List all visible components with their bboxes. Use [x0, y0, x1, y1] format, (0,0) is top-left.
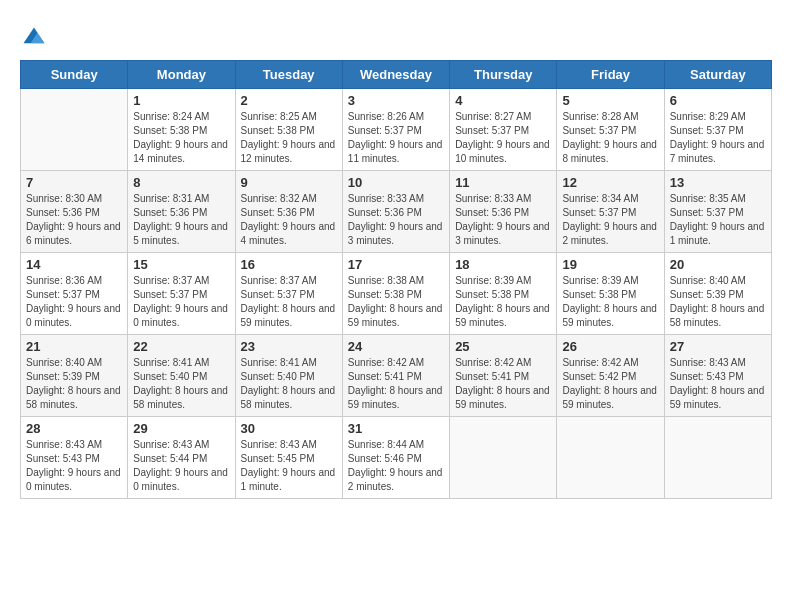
day-detail: Sunrise: 8:43 AMSunset: 5:43 PMDaylight:…: [26, 438, 122, 494]
day-number: 2: [241, 93, 337, 108]
column-header-wednesday: Wednesday: [342, 61, 449, 89]
logo-icon: [20, 24, 48, 52]
calendar-cell: 14Sunrise: 8:36 AMSunset: 5:37 PMDayligh…: [21, 253, 128, 335]
calendar-cell: 8Sunrise: 8:31 AMSunset: 5:36 PMDaylight…: [128, 171, 235, 253]
calendar-cell: [664, 417, 771, 499]
column-header-saturday: Saturday: [664, 61, 771, 89]
day-detail: Sunrise: 8:37 AMSunset: 5:37 PMDaylight:…: [133, 274, 229, 330]
column-header-thursday: Thursday: [450, 61, 557, 89]
day-number: 15: [133, 257, 229, 272]
day-detail: Sunrise: 8:24 AMSunset: 5:38 PMDaylight:…: [133, 110, 229, 166]
day-number: 31: [348, 421, 444, 436]
day-detail: Sunrise: 8:40 AMSunset: 5:39 PMDaylight:…: [26, 356, 122, 412]
day-detail: Sunrise: 8:41 AMSunset: 5:40 PMDaylight:…: [241, 356, 337, 412]
calendar-cell: 27Sunrise: 8:43 AMSunset: 5:43 PMDayligh…: [664, 335, 771, 417]
calendar-cell: 21Sunrise: 8:40 AMSunset: 5:39 PMDayligh…: [21, 335, 128, 417]
calendar-cell: 7Sunrise: 8:30 AMSunset: 5:36 PMDaylight…: [21, 171, 128, 253]
calendar-week-3: 14Sunrise: 8:36 AMSunset: 5:37 PMDayligh…: [21, 253, 772, 335]
calendar-cell: 19Sunrise: 8:39 AMSunset: 5:38 PMDayligh…: [557, 253, 664, 335]
calendar-cell: 2Sunrise: 8:25 AMSunset: 5:38 PMDaylight…: [235, 89, 342, 171]
calendar-week-4: 21Sunrise: 8:40 AMSunset: 5:39 PMDayligh…: [21, 335, 772, 417]
calendar-cell: [450, 417, 557, 499]
calendar-cell: 1Sunrise: 8:24 AMSunset: 5:38 PMDaylight…: [128, 89, 235, 171]
day-detail: Sunrise: 8:39 AMSunset: 5:38 PMDaylight:…: [562, 274, 658, 330]
day-number: 4: [455, 93, 551, 108]
column-header-monday: Monday: [128, 61, 235, 89]
day-detail: Sunrise: 8:41 AMSunset: 5:40 PMDaylight:…: [133, 356, 229, 412]
day-detail: Sunrise: 8:25 AMSunset: 5:38 PMDaylight:…: [241, 110, 337, 166]
day-detail: Sunrise: 8:33 AMSunset: 5:36 PMDaylight:…: [455, 192, 551, 248]
day-detail: Sunrise: 8:34 AMSunset: 5:37 PMDaylight:…: [562, 192, 658, 248]
calendar-cell: 11Sunrise: 8:33 AMSunset: 5:36 PMDayligh…: [450, 171, 557, 253]
day-detail: Sunrise: 8:28 AMSunset: 5:37 PMDaylight:…: [562, 110, 658, 166]
day-detail: Sunrise: 8:38 AMSunset: 5:38 PMDaylight:…: [348, 274, 444, 330]
day-number: 24: [348, 339, 444, 354]
calendar-cell: [21, 89, 128, 171]
day-detail: Sunrise: 8:30 AMSunset: 5:36 PMDaylight:…: [26, 192, 122, 248]
day-detail: Sunrise: 8:33 AMSunset: 5:36 PMDaylight:…: [348, 192, 444, 248]
calendar-cell: 3Sunrise: 8:26 AMSunset: 5:37 PMDaylight…: [342, 89, 449, 171]
calendar-cell: 20Sunrise: 8:40 AMSunset: 5:39 PMDayligh…: [664, 253, 771, 335]
day-number: 18: [455, 257, 551, 272]
calendar-cell: 26Sunrise: 8:42 AMSunset: 5:42 PMDayligh…: [557, 335, 664, 417]
calendar-cell: 15Sunrise: 8:37 AMSunset: 5:37 PMDayligh…: [128, 253, 235, 335]
calendar-cell: 13Sunrise: 8:35 AMSunset: 5:37 PMDayligh…: [664, 171, 771, 253]
day-number: 13: [670, 175, 766, 190]
calendar-cell: 9Sunrise: 8:32 AMSunset: 5:36 PMDaylight…: [235, 171, 342, 253]
day-detail: Sunrise: 8:43 AMSunset: 5:45 PMDaylight:…: [241, 438, 337, 494]
day-number: 26: [562, 339, 658, 354]
day-number: 14: [26, 257, 122, 272]
calendar-cell: [557, 417, 664, 499]
calendar-cell: 6Sunrise: 8:29 AMSunset: 5:37 PMDaylight…: [664, 89, 771, 171]
day-detail: Sunrise: 8:44 AMSunset: 5:46 PMDaylight:…: [348, 438, 444, 494]
day-number: 30: [241, 421, 337, 436]
day-detail: Sunrise: 8:32 AMSunset: 5:36 PMDaylight:…: [241, 192, 337, 248]
day-number: 29: [133, 421, 229, 436]
calendar-cell: 28Sunrise: 8:43 AMSunset: 5:43 PMDayligh…: [21, 417, 128, 499]
day-detail: Sunrise: 8:29 AMSunset: 5:37 PMDaylight:…: [670, 110, 766, 166]
day-number: 22: [133, 339, 229, 354]
calendar-cell: 25Sunrise: 8:42 AMSunset: 5:41 PMDayligh…: [450, 335, 557, 417]
calendar-cell: 24Sunrise: 8:42 AMSunset: 5:41 PMDayligh…: [342, 335, 449, 417]
calendar-cell: 22Sunrise: 8:41 AMSunset: 5:40 PMDayligh…: [128, 335, 235, 417]
calendar-cell: 5Sunrise: 8:28 AMSunset: 5:37 PMDaylight…: [557, 89, 664, 171]
day-number: 11: [455, 175, 551, 190]
calendar-cell: 16Sunrise: 8:37 AMSunset: 5:37 PMDayligh…: [235, 253, 342, 335]
day-detail: Sunrise: 8:43 AMSunset: 5:43 PMDaylight:…: [670, 356, 766, 412]
calendar-cell: 12Sunrise: 8:34 AMSunset: 5:37 PMDayligh…: [557, 171, 664, 253]
day-detail: Sunrise: 8:42 AMSunset: 5:41 PMDaylight:…: [348, 356, 444, 412]
day-number: 28: [26, 421, 122, 436]
calendar-cell: 23Sunrise: 8:41 AMSunset: 5:40 PMDayligh…: [235, 335, 342, 417]
day-detail: Sunrise: 8:35 AMSunset: 5:37 PMDaylight:…: [670, 192, 766, 248]
column-header-tuesday: Tuesday: [235, 61, 342, 89]
day-detail: Sunrise: 8:42 AMSunset: 5:42 PMDaylight:…: [562, 356, 658, 412]
calendar-table: SundayMondayTuesdayWednesdayThursdayFrid…: [20, 60, 772, 499]
calendar-header-row: SundayMondayTuesdayWednesdayThursdayFrid…: [21, 61, 772, 89]
calendar-cell: 18Sunrise: 8:39 AMSunset: 5:38 PMDayligh…: [450, 253, 557, 335]
day-number: 16: [241, 257, 337, 272]
day-number: 5: [562, 93, 658, 108]
day-number: 9: [241, 175, 337, 190]
day-detail: Sunrise: 8:37 AMSunset: 5:37 PMDaylight:…: [241, 274, 337, 330]
day-number: 23: [241, 339, 337, 354]
day-detail: Sunrise: 8:36 AMSunset: 5:37 PMDaylight:…: [26, 274, 122, 330]
page-header: [20, 20, 772, 52]
calendar-week-2: 7Sunrise: 8:30 AMSunset: 5:36 PMDaylight…: [21, 171, 772, 253]
day-detail: Sunrise: 8:43 AMSunset: 5:44 PMDaylight:…: [133, 438, 229, 494]
column-header-friday: Friday: [557, 61, 664, 89]
day-number: 1: [133, 93, 229, 108]
day-number: 3: [348, 93, 444, 108]
day-detail: Sunrise: 8:42 AMSunset: 5:41 PMDaylight:…: [455, 356, 551, 412]
day-detail: Sunrise: 8:26 AMSunset: 5:37 PMDaylight:…: [348, 110, 444, 166]
calendar-week-5: 28Sunrise: 8:43 AMSunset: 5:43 PMDayligh…: [21, 417, 772, 499]
day-number: 21: [26, 339, 122, 354]
calendar-cell: 4Sunrise: 8:27 AMSunset: 5:37 PMDaylight…: [450, 89, 557, 171]
calendar-cell: 17Sunrise: 8:38 AMSunset: 5:38 PMDayligh…: [342, 253, 449, 335]
column-header-sunday: Sunday: [21, 61, 128, 89]
logo: [20, 24, 52, 52]
calendar-week-1: 1Sunrise: 8:24 AMSunset: 5:38 PMDaylight…: [21, 89, 772, 171]
day-number: 8: [133, 175, 229, 190]
day-number: 27: [670, 339, 766, 354]
day-detail: Sunrise: 8:39 AMSunset: 5:38 PMDaylight:…: [455, 274, 551, 330]
day-number: 12: [562, 175, 658, 190]
